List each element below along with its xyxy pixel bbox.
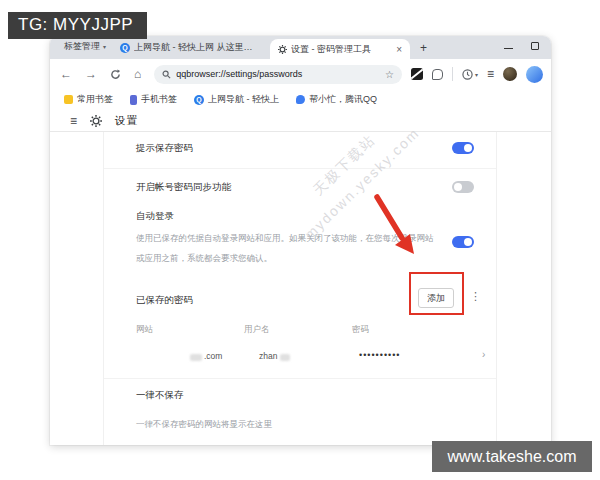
- chevron-down-icon: ▾: [103, 43, 106, 50]
- bookmark-label: 帮小忙，腾讯QQ: [309, 93, 377, 106]
- bookmarks-bar: 常用书签 手机书签 Q 上网导航 - 轻快上 帮小忙，腾讯QQ: [50, 89, 551, 110]
- maximize-button[interactable]: [531, 42, 539, 50]
- chevron-down-icon: ▾: [475, 71, 478, 78]
- toolbar-right-icons: ▾ ≡: [411, 66, 543, 83]
- password-cell: ••••••••••: [359, 350, 401, 360]
- bookmark-star-icon[interactable]: ☆: [385, 69, 394, 80]
- column-website: 网站: [136, 324, 153, 336]
- tab-manager-button[interactable]: 标签管理 ▾: [64, 40, 106, 53]
- page-title: 设置: [115, 114, 138, 128]
- website-cell: .com: [204, 351, 222, 361]
- settings-menu-icon[interactable]: ≡: [70, 114, 77, 128]
- bookmark-navigation[interactable]: Q 上网导航 - 轻快上: [194, 93, 279, 106]
- row-divider: [104, 168, 496, 169]
- section-divider: [104, 378, 496, 379]
- kebab-menu-icon[interactable]: ⋮: [470, 290, 481, 303]
- account-sync-label: 开启帐号密码同步功能: [136, 181, 231, 194]
- tab-label: 上网导航 - 轻快上网 从这里开始: [134, 41, 260, 54]
- menu-icon[interactable]: ≡: [487, 67, 494, 81]
- forward-button[interactable]: →: [85, 68, 97, 80]
- close-icon[interactable]: ×: [396, 44, 402, 55]
- home-button[interactable]: ⌂: [134, 68, 141, 80]
- auto-login-toggle[interactable]: [452, 236, 474, 248]
- never-save-label: 一律不保存: [136, 389, 184, 402]
- tab-settings-passwords[interactable]: 设置 - 密码管理工具 ×: [270, 39, 410, 59]
- new-tab-button[interactable]: +: [420, 42, 427, 54]
- redacted-site-text: [190, 354, 202, 361]
- auto-login-label: 自动登录: [136, 210, 174, 223]
- reload-button[interactable]: [110, 69, 121, 80]
- toolbar-divider: [452, 67, 453, 81]
- saved-passwords-label: 已保存的密码: [136, 294, 193, 307]
- paw-icon: [296, 95, 305, 104]
- toggle-knob: [464, 238, 472, 246]
- annotation-red-box: [409, 272, 464, 315]
- assistant-button[interactable]: [526, 66, 543, 83]
- gear-icon: [278, 45, 287, 54]
- phone-icon: [130, 95, 137, 105]
- qqbrowser-logo-icon: Q: [120, 43, 130, 53]
- clock-icon: [462, 69, 473, 80]
- folder-icon: [64, 95, 73, 104]
- tg-watermark-label: TG: MYYJJPP: [8, 12, 147, 39]
- plugin-dark-icon[interactable]: [411, 68, 423, 80]
- screenshot-stage: TG: MYYJJPP 天极下载站 mydown.yesky.com 标签管理 …: [0, 0, 600, 480]
- back-button[interactable]: ←: [60, 68, 72, 80]
- bookmark-label: 上网导航 - 轻快上: [208, 93, 279, 106]
- bookmark-label: 手机书签: [141, 93, 177, 106]
- tab-manager-label: 标签管理: [64, 40, 100, 53]
- redacted-username-text: [280, 354, 290, 361]
- auto-login-description: 使用已保存的凭据自动登录网站和应用。如果关闭了该功能，在您每次登录网站或应用之前…: [136, 228, 438, 268]
- bookmark-common[interactable]: 常用书签: [64, 93, 113, 106]
- window-controls: [504, 42, 539, 50]
- toggle-knob: [464, 144, 472, 152]
- bookmark-qq-help[interactable]: 帮小忙，腾讯QQ: [296, 93, 377, 106]
- history-button[interactable]: ▾: [462, 69, 478, 80]
- column-password: 密码: [352, 324, 369, 336]
- browser-toolbar: ← → ⌂ qqbrowser://settings/passwords ☆: [50, 59, 551, 89]
- search-icon: [162, 70, 171, 79]
- site-watermark-label: www.takeshe.com: [432, 441, 592, 472]
- passwords-settings-panel: 提示保存密码 开启帐号密码同步功能 自动登录 使用已保存的凭据自动登录网站和应用…: [103, 132, 497, 445]
- bookmark-label: 常用书签: [77, 93, 113, 106]
- account-sync-toggle[interactable]: [452, 181, 474, 193]
- never-save-description: 一律不保存密码的网站将显示在这里: [136, 414, 456, 434]
- prompt-save-password-toggle[interactable]: [452, 142, 474, 154]
- toggle-knob: [454, 183, 462, 191]
- profile-avatar[interactable]: [503, 67, 517, 81]
- browser-window: 标签管理 ▾ Q 上网导航 - 轻快上网 从这里开始 设置 - 密码管理工: [50, 36, 551, 445]
- tab-navigation-home[interactable]: Q 上网导航 - 轻快上网 从这里开始: [112, 36, 270, 59]
- minimize-button[interactable]: [504, 48, 513, 50]
- gear-icon: [90, 115, 102, 127]
- tab-label: 设置 - 密码管理工具: [291, 43, 388, 56]
- bookmark-mobile[interactable]: 手机书签: [130, 93, 177, 106]
- download-bubble-icon[interactable]: [432, 69, 443, 80]
- url-text[interactable]: qqbrowser://settings/passwords: [176, 69, 380, 79]
- row-chevron-icon[interactable]: ›: [482, 349, 485, 360]
- username-cell: zhan: [259, 351, 277, 361]
- column-username: 用户名: [244, 324, 270, 336]
- qqbrowser-logo-icon: Q: [194, 95, 204, 105]
- settings-header: ≡ 设置: [50, 110, 551, 132]
- address-bar[interactable]: qqbrowser://settings/passwords ☆: [154, 65, 402, 84]
- prompt-save-password-label: 提示保存密码: [136, 142, 193, 155]
- tab-strip: 标签管理 ▾ Q 上网导航 - 轻快上网 从这里开始 设置 - 密码管理工: [50, 36, 551, 59]
